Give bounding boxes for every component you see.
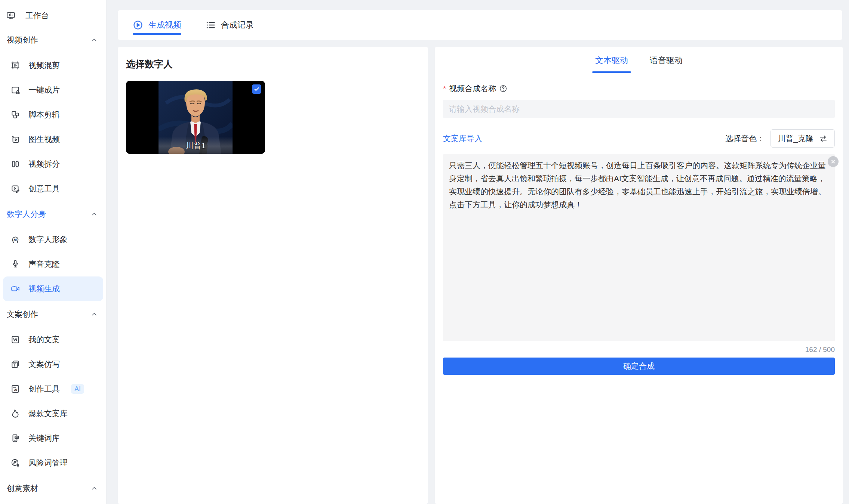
tab-label: 语音驱动 [650, 56, 683, 65]
tab-generate-video[interactable]: 生成视频 [133, 10, 181, 40]
sidebar-item-video-mix[interactable]: 视频混剪 [0, 53, 106, 78]
sidebar-item-label: 爆款文案库 [28, 408, 68, 419]
video-name-label-row: * 视频合成名称 [443, 83, 835, 94]
tab-text-driven[interactable]: 文本驱动 [595, 55, 628, 73]
video-name-input[interactable] [443, 100, 835, 118]
sidebar-item-label: 我的文案 [28, 334, 60, 345]
sidebar-item-label: 视频拆分 [28, 159, 60, 169]
sidebar-item-video-generate[interactable]: 视频生成 [3, 276, 103, 301]
voice-select-button[interactable]: 川普_克隆 [770, 129, 835, 148]
sidebar-item-workbench[interactable]: 工作台 [0, 4, 106, 27]
keyword-lib-icon [10, 433, 20, 443]
chevron-up-icon [90, 310, 98, 318]
clear-text-icon[interactable] [828, 156, 839, 167]
voice-select-value: 川普_克隆 [778, 133, 813, 144]
image-to-video-icon [10, 134, 20, 144]
sidebar-item-label: 创作工具 [28, 384, 60, 394]
sidebar-item-creation-tools[interactable]: AI 创作工具 AI [0, 377, 106, 401]
sidebar-item-digital-avatar[interactable]: AI 数字人形象 [0, 227, 106, 252]
risk-word-icon [10, 458, 20, 468]
digital-human-card[interactable]: 川普1 [126, 81, 265, 154]
sidebar-item-copy-imitate[interactable]: 文案仿写 [0, 352, 106, 377]
sidebar-item-label: 风险词管理 [28, 458, 68, 468]
active-tab-underline [133, 33, 181, 35]
help-question-icon[interactable] [499, 84, 507, 93]
top-tabbar: 生成视频 合成记录 [118, 10, 842, 40]
sidebar-section-digital-human[interactable]: 数字人分身 [0, 201, 106, 227]
sidebar-item-keyword-library[interactable]: 关键词库 [0, 426, 106, 451]
chevron-up-icon [90, 210, 98, 218]
confirm-synthesis-button[interactable]: 确定合成 [443, 358, 835, 375]
svg-text:AI: AI [14, 238, 17, 241]
section-label: 创意素材 [7, 483, 38, 494]
sidebar-section-copywriting[interactable]: 文案创作 [0, 301, 106, 327]
import-voice-row: 文案库导入 选择音色： 川普_克隆 [443, 129, 835, 148]
sidebar-section-creative-assets[interactable]: 创意素材 [0, 475, 106, 501]
creative-tools-icon [10, 184, 20, 194]
digital-human-panel: 选择数字人 [118, 47, 428, 504]
section-label: 视频创作 [7, 35, 38, 45]
sidebar-item-image-to-video[interactable]: 图生视频 [0, 127, 106, 152]
sidebar-item-label: 视频混剪 [28, 60, 60, 71]
section-label: 文案创作 [7, 309, 38, 319]
char-counter: 162 / 500 [443, 346, 835, 354]
chevron-up-icon [90, 36, 98, 44]
sidebar-item-risk-word[interactable]: 风险词管理 [0, 451, 106, 475]
avatar-selected-checkbox[interactable] [252, 84, 261, 94]
sidebar-item-label: 文案仿写 [28, 359, 60, 370]
voice-select-label: 选择音色： [725, 133, 765, 144]
play-circle-icon [133, 20, 143, 30]
hot-copy-icon [10, 409, 20, 418]
sidebar-item-script-edit[interactable]: 脚本剪辑 [0, 102, 106, 127]
sidebar-item-label: 数字人形象 [28, 234, 68, 245]
copy-imitate-icon [10, 359, 20, 369]
script-textarea[interactable]: 只需三人，便能轻松管理五十个短视频账号，创造每日上百条吸引客户的内容。这款矩阵系… [443, 154, 835, 341]
script-area-wrap: 只需三人，便能轻松管理五十个短视频账号，创造每日上百条吸引客户的内容。这款矩阵系… [443, 154, 835, 343]
sidebar-item-voice-clone[interactable]: 声音克隆 [0, 252, 106, 276]
sidebar-item-label: 一键成片 [28, 85, 60, 95]
voice-select-group: 选择音色： 川普_克隆 [725, 129, 835, 148]
video-generate-icon [10, 284, 20, 294]
video-name-label: 视频合成名称 [449, 83, 496, 94]
creation-tools-icon: AI [10, 384, 20, 394]
sidebar-item-label: 关键词库 [28, 433, 60, 443]
swap-icon [819, 134, 828, 143]
sidebar-item-one-click-film[interactable]: 一键成片 [0, 78, 106, 102]
check-icon [253, 86, 260, 92]
sidebar-section-video-creation[interactable]: 视频创作 [0, 27, 106, 53]
sidebar-item-label: 创意工具 [28, 183, 60, 194]
video-split-icon [10, 159, 20, 169]
video-mix-icon [10, 61, 20, 70]
svg-text:AI: AI [14, 388, 17, 392]
drive-mode-tabs: 文本驱动 语音驱动 [443, 53, 835, 73]
sidebar-item-label: 图生视频 [28, 134, 60, 145]
avatar-name: 川普1 [185, 140, 206, 151]
digital-avatar-icon: AI [10, 235, 20, 244]
script-edit-icon [10, 110, 20, 120]
tab-label: 生成视频 [148, 19, 181, 31]
workbench-icon [6, 11, 16, 21]
required-asterisk: * [443, 84, 446, 93]
sidebar-item-creative-tools[interactable]: 创意工具 [0, 176, 106, 201]
tab-label: 文本驱动 [595, 56, 628, 65]
sidebar-item-label: 视频生成 [28, 284, 60, 294]
sidebar: 工作台 视频创作 视频混剪 一键成片 [0, 0, 107, 504]
list-icon [205, 20, 216, 30]
tab-label: 合成记录 [221, 19, 254, 31]
chevron-up-icon [90, 485, 98, 492]
sidebar-item-video-split[interactable]: 视频拆分 [0, 152, 106, 176]
my-copy-icon [10, 335, 20, 344]
synthesis-form-panel: 文本驱动 语音驱动 * 视频合成名称 文案库导入 选择音色： 川普_克隆 [435, 47, 843, 504]
sidebar-item-hot-copy-library[interactable]: 爆款文案库 [0, 401, 106, 426]
tab-voice-driven[interactable]: 语音驱动 [650, 55, 683, 73]
sidebar-item-my-copy[interactable]: 我的文案 [0, 327, 106, 352]
section-label: 数字人分身 [7, 209, 46, 219]
active-tab-underline [592, 71, 631, 73]
voice-clone-icon [10, 259, 20, 269]
digital-human-thumbnail: 川普1 [159, 81, 233, 154]
panel-title: 选择数字人 [126, 58, 420, 70]
tab-synthesis-record[interactable]: 合成记录 [205, 10, 254, 40]
avatar-name-band: 川普1 [159, 137, 233, 154]
copy-library-import-link[interactable]: 文案库导入 [443, 133, 482, 144]
sidebar-item-label: 脚本剪辑 [28, 109, 60, 120]
